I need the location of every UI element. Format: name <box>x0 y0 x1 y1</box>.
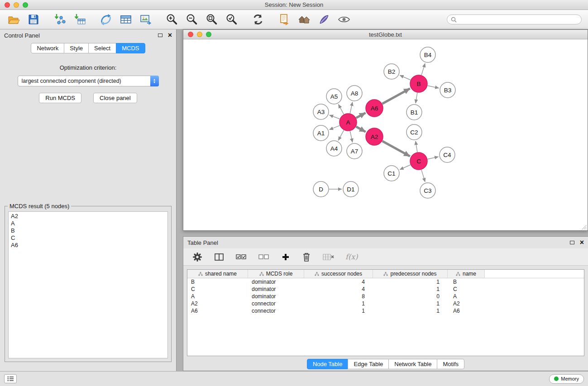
cell-name[interactable]: C <box>448 286 485 293</box>
close-window-icon[interactable] <box>5 2 10 8</box>
float-panel-icon[interactable] <box>158 33 163 37</box>
edge-A-A5[interactable] <box>339 105 344 114</box>
task-history-button[interactable] <box>4 374 17 383</box>
edge-A-A7[interactable] <box>350 131 352 143</box>
optimization-criterion-dropdown[interactable]: largest connected component (directed) ▲… <box>18 76 159 86</box>
result-item[interactable]: C <box>11 234 165 242</box>
node-A4[interactable]: A4 <box>326 141 342 156</box>
edge-A2-C[interactable] <box>382 141 410 157</box>
table-row[interactable]: A6connector11A6 <box>187 307 584 315</box>
minimize-window-icon[interactable] <box>14 2 19 8</box>
cell-predecessor-nodes[interactable]: 1 <box>373 286 448 293</box>
node-A7[interactable]: A7 <box>347 143 362 159</box>
tab-node-table[interactable]: Node Table <box>307 359 349 369</box>
node-B[interactable]: B <box>410 75 427 92</box>
add-column-button[interactable] <box>280 250 291 264</box>
edge-A-A3[interactable] <box>330 115 340 119</box>
edge-A-A4[interactable] <box>338 130 344 141</box>
deselect-all-button[interactable] <box>258 250 270 264</box>
function-builder-button[interactable]: f(x) <box>345 253 358 261</box>
column-header-name[interactable]: name <box>448 270 485 278</box>
edge-C-C1[interactable] <box>400 165 411 170</box>
import-network-button[interactable] <box>53 12 67 27</box>
edge-B-B2[interactable] <box>400 75 411 80</box>
table-window-button[interactable] <box>119 12 133 27</box>
tab-network-table[interactable]: Network Table <box>388 359 437 369</box>
column-header-shared-name[interactable]: shared name <box>187 270 248 278</box>
network-close-icon[interactable] <box>188 32 193 37</box>
cell-name[interactable]: A2 <box>448 300 485 307</box>
edge-C-C2[interactable] <box>416 141 417 152</box>
cell-name[interactable]: B <box>448 278 485 286</box>
cell-predecessor-nodes[interactable]: 1 <box>373 278 448 286</box>
cell-shared-name[interactable]: A <box>187 293 248 300</box>
refresh-network-button[interactable] <box>251 12 265 27</box>
edge-A-A1[interactable] <box>330 125 340 129</box>
network-maximize-icon[interactable] <box>206 32 211 37</box>
result-item[interactable]: A6 <box>11 242 165 249</box>
cell-predecessor-nodes[interactable]: 0 <box>373 293 448 300</box>
tab-mcds[interactable]: MCDS <box>116 43 145 53</box>
edge-C-C3[interactable] <box>421 170 425 182</box>
node-B4[interactable]: B4 <box>420 47 435 62</box>
network-minimize-icon[interactable] <box>197 32 202 37</box>
column-header-successor-nodes[interactable]: successor nodes <box>304 270 373 278</box>
cell-predecessor-nodes[interactable]: 1 <box>373 307 448 315</box>
edge-B-B1[interactable] <box>416 93 417 103</box>
node-A3[interactable]: A3 <box>313 104 329 119</box>
document-copy-button[interactable] <box>277 12 292 27</box>
maximize-window-icon[interactable] <box>23 2 28 8</box>
cell-name[interactable]: A <box>448 293 485 300</box>
float-table-panel-icon[interactable] <box>570 241 574 244</box>
node-B1[interactable]: B1 <box>406 105 422 120</box>
cell-successor-nodes[interactable]: 4 <box>304 286 373 293</box>
cell-MCDS-role[interactable]: connector <box>248 300 304 307</box>
run-mcds-button[interactable]: Run MCDS <box>39 93 81 103</box>
close-panel-icon[interactable]: × <box>168 32 172 39</box>
show-columns-button[interactable] <box>213 250 225 264</box>
cell-name[interactable]: A6 <box>448 307 485 315</box>
zoom-selected-button[interactable] <box>225 12 239 27</box>
edge-A-A2[interactable] <box>356 127 366 132</box>
homes-button[interactable] <box>297 12 311 27</box>
result-item[interactable]: A2 <box>11 213 165 220</box>
close-table-panel-icon[interactable]: × <box>580 239 584 246</box>
search-field[interactable] <box>447 14 582 24</box>
zoom-in-button[interactable] <box>165 12 179 27</box>
table-row[interactable]: A2connector11A2 <box>187 300 584 307</box>
node-C[interactable]: C <box>410 152 427 170</box>
cell-MCDS-role[interactable]: dominator <box>248 278 304 286</box>
edge-A6-B[interactable] <box>382 89 410 104</box>
node-C4[interactable]: C4 <box>440 147 455 162</box>
node-C2[interactable]: C2 <box>406 124 422 140</box>
cell-MCDS-role[interactable]: dominator <box>248 293 304 300</box>
cell-successor-nodes[interactable]: 4 <box>304 278 373 286</box>
result-item[interactable]: A <box>11 220 165 227</box>
cell-shared-name[interactable]: B <box>187 278 248 286</box>
node-C1[interactable]: C1 <box>384 166 399 181</box>
cell-successor-nodes[interactable]: 1 <box>304 307 373 315</box>
import-table-button[interactable] <box>72 12 87 27</box>
delete-column-button[interactable] <box>301 250 312 264</box>
result-item[interactable]: B <box>11 227 165 234</box>
delete-table-button[interactable] <box>322 250 335 264</box>
cell-successor-nodes[interactable]: 1 <box>304 300 373 307</box>
node-A2[interactable]: A2 <box>366 128 383 145</box>
edge-B-B4[interactable] <box>421 63 425 75</box>
cell-shared-name[interactable]: C <box>187 286 248 293</box>
tab-style[interactable]: Style <box>64 43 89 53</box>
save-session-button[interactable] <box>26 12 41 27</box>
node-B3[interactable]: B3 <box>440 82 455 98</box>
select-all-button[interactable] <box>235 250 248 264</box>
edge-B-B3[interactable] <box>428 86 439 88</box>
edge-A-A8[interactable] <box>350 102 352 114</box>
open-session-button[interactable] <box>6 12 21 27</box>
table-row[interactable]: Adominator80A <box>187 293 584 300</box>
node-D1[interactable]: D1 <box>343 181 359 197</box>
node-A5[interactable]: A5 <box>326 89 342 104</box>
memory-button[interactable]: Memory <box>549 374 584 384</box>
tab-edge-table[interactable]: Edge Table <box>348 359 389 369</box>
share-network-button[interactable] <box>99 12 113 27</box>
cell-MCDS-role[interactable]: dominator <box>248 286 304 293</box>
resize-grip-icon[interactable] <box>582 224 587 230</box>
